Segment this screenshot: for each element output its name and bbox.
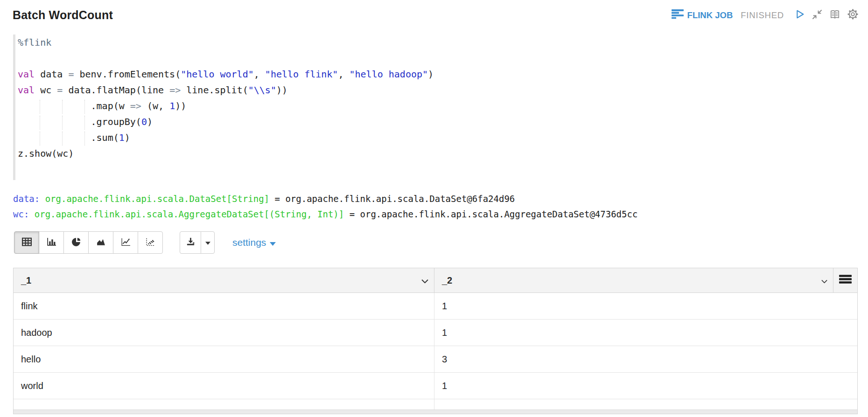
cell-word: hadoop xyxy=(14,320,434,346)
column-header-1[interactable]: _1 xyxy=(14,268,434,292)
pie-chart-icon xyxy=(71,237,81,248)
collapse-icon xyxy=(812,9,823,22)
scatter-chart-icon xyxy=(146,237,155,248)
page-title: Batch WordCount xyxy=(13,8,113,22)
hamburger-icon xyxy=(839,274,852,286)
caret-down-icon xyxy=(205,238,210,247)
chevron-down-icon[interactable] xyxy=(421,275,428,286)
code-lines: %flink val data = benv.fromElements("hel… xyxy=(18,35,857,161)
bar-chart-icon xyxy=(47,237,56,248)
paragraph-controls: FLINK JOB FINISHED xyxy=(672,8,859,22)
settings-label: settings xyxy=(232,237,266,248)
grid-menu-button[interactable] xyxy=(833,268,857,292)
flink-job-label: FLINK JOB xyxy=(687,10,733,21)
editor-left-strip xyxy=(13,35,15,180)
cell-word: hello xyxy=(14,346,434,372)
table-icon xyxy=(22,237,32,248)
column-header-2[interactable]: _2 xyxy=(434,268,833,292)
scatter-chart-button[interactable] xyxy=(138,231,163,254)
area-chart-icon xyxy=(96,237,106,248)
line-chart-button[interactable] xyxy=(113,231,138,254)
gear-icon xyxy=(847,8,859,22)
paragraph-settings-button[interactable] xyxy=(847,8,859,22)
chart-type-group xyxy=(14,231,163,254)
area-chart-button[interactable] xyxy=(88,231,113,254)
run-button[interactable] xyxy=(794,8,805,22)
settings-dropdown[interactable]: settings xyxy=(232,237,276,248)
cell-count: 1 xyxy=(434,320,857,346)
download-caret-button[interactable] xyxy=(201,231,215,254)
table-row: hadoop1 xyxy=(14,320,857,346)
cell-count: 1 xyxy=(434,293,857,319)
paragraph-header: Batch WordCount FLINK JOB FINISHED xyxy=(0,0,868,22)
horizontal-scrollbar[interactable] xyxy=(14,410,857,414)
line-chart-icon xyxy=(121,237,131,248)
cell-word: flink xyxy=(14,293,434,319)
table-row-empty xyxy=(14,399,857,410)
download-group xyxy=(180,231,215,254)
table-chart-button[interactable] xyxy=(14,231,39,254)
play-icon xyxy=(794,8,805,22)
table-row: hello3 xyxy=(14,346,857,373)
table-row: flink1 xyxy=(14,293,857,320)
flink-job-icon xyxy=(672,9,684,21)
cell-count: 1 xyxy=(434,373,857,399)
table-header: _1 _2 xyxy=(14,268,857,293)
table-body: flink1hadoop1hello3world1 xyxy=(14,293,857,399)
download-icon xyxy=(185,236,196,249)
job-status: FINISHED xyxy=(741,10,784,21)
caret-down-icon xyxy=(270,237,276,248)
collapse-button[interactable] xyxy=(812,9,823,22)
cell-count: 3 xyxy=(434,346,857,372)
chevron-down-icon[interactable] xyxy=(821,275,827,286)
cell-word: world xyxy=(14,373,434,399)
paragraph-output: data: org.apache.flink.api.scala.DataSet… xyxy=(13,191,857,222)
chart-type-toolbar: settings xyxy=(14,231,857,254)
result-table: _1 _2 flink1hadoop1hello3 xyxy=(13,268,858,414)
bar-chart-button[interactable] xyxy=(39,231,64,254)
book-icon xyxy=(829,9,841,22)
editor-toggle-button[interactable] xyxy=(829,9,841,22)
download-button[interactable] xyxy=(180,231,201,254)
pie-chart-button[interactable] xyxy=(63,231,89,254)
flink-job-link[interactable]: FLINK JOB xyxy=(672,9,733,21)
table-row: world1 xyxy=(14,373,857,399)
code-editor[interactable]: %flink val data = benv.fromElements("hel… xyxy=(13,28,857,180)
